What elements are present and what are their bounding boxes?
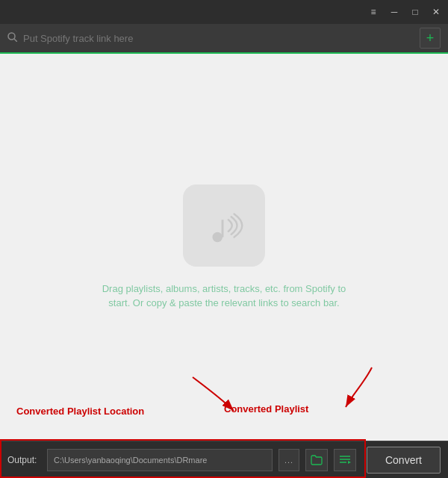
- svg-point-2: [212, 232, 223, 242]
- searchbar: +: [0, 24, 448, 54]
- svg-marker-7: [348, 461, 351, 464]
- add-button[interactable]: +: [420, 28, 441, 49]
- search-icon: [7, 32, 17, 44]
- drag-text: Drag playlists, albums, artists, tracks,…: [97, 282, 351, 311]
- folder-button[interactable]: [305, 449, 328, 471]
- titlebar: ≡ ─ □ ✕: [0, 0, 448, 24]
- maximize-button[interactable]: □: [409, 6, 421, 18]
- bottom-bar: Output: C:\Users\yanbaoqing\Documents\DR…: [0, 441, 448, 478]
- drag-text-content: Drag playlists, albums, artists, tracks,…: [97, 282, 351, 311]
- convert-button[interactable]: Convert: [367, 447, 441, 474]
- playlist-button[interactable]: [334, 449, 356, 471]
- music-icon: [198, 199, 250, 252]
- svg-point-0: [8, 33, 15, 40]
- output-path-text: C:\Users\yanbaoqing\Documents\DRmare: [54, 456, 207, 465]
- main-content: Drag playlists, albums, artists, tracks,…: [0, 54, 448, 441]
- svg-line-1: [14, 39, 17, 42]
- search-input[interactable]: [23, 33, 414, 44]
- dots-button[interactable]: ...: [279, 449, 299, 471]
- output-path: C:\Users\yanbaoqing\Documents\DRmare: [47, 449, 273, 471]
- close-button[interactable]: ✕: [430, 6, 442, 18]
- music-icon-wrap: [183, 184, 265, 267]
- output-label: Output:: [7, 455, 41, 465]
- menu-icon[interactable]: ≡: [367, 6, 379, 18]
- minimize-button[interactable]: ─: [388, 6, 400, 18]
